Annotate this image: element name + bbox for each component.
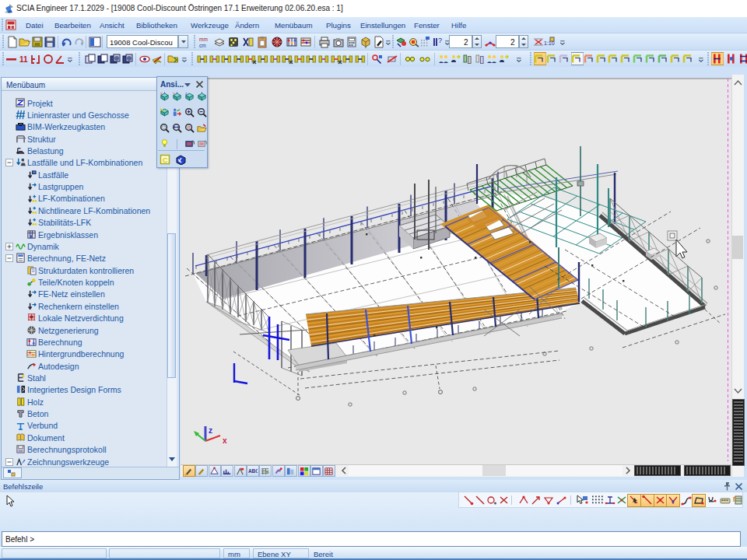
svg-text:Y: Y [173,92,175,96]
svg-text:ABC: ABC [248,468,258,474]
svg-text:?: ? [438,37,442,44]
svg-text:x: x [223,436,227,445]
svg-text:mm: mm [199,37,208,42]
svg-text:Z: Z [185,92,188,96]
svg-text:z: z [209,426,212,435]
svg-text:R: R [188,125,191,130]
svg-text:C: C [163,156,168,164]
svg-text:11: 11 [19,55,28,64]
svg-text:X: X [160,92,163,96]
svg-text:cm: cm [199,43,206,48]
